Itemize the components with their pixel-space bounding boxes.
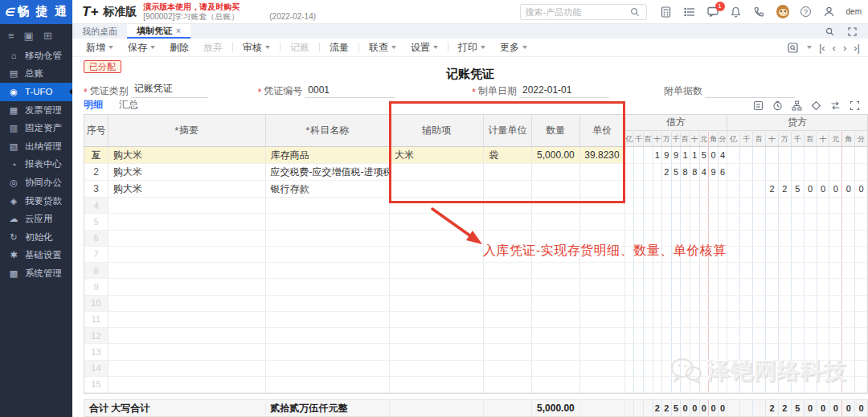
cell-empty[interactable]: [532, 377, 580, 393]
query-caret-icon[interactable]: [807, 46, 812, 49]
help-icon[interactable]: ?: [800, 6, 813, 18]
cell-empty[interactable]: [580, 263, 625, 279]
cell-aux[interactable]: [390, 164, 484, 181]
empty-row-6[interactable]: 6: [84, 231, 867, 247]
cell-empty[interactable]: [390, 377, 484, 393]
amount-credit-cells[interactable]: [727, 147, 867, 164]
sidebar-item-总账[interactable]: ▤总账: [0, 65, 72, 84]
cell-empty[interactable]: [108, 263, 266, 279]
first-voucher-button[interactable]: |‹: [819, 43, 825, 53]
amount-credit-cells[interactable]: [727, 361, 867, 377]
cell-empty[interactable]: [532, 328, 580, 344]
timer-icon[interactable]: [772, 100, 783, 111]
cell-empty[interactable]: [390, 279, 484, 295]
cell-qty[interactable]: [532, 164, 580, 181]
search-icon[interactable]: [628, 6, 641, 18]
cell-empty[interactable]: [580, 328, 625, 344]
sidebar-item-初始化[interactable]: ↻初始化: [0, 228, 72, 247]
sidebar-item-固定资产[interactable]: ▥固定资产: [0, 119, 72, 137]
field-value[interactable]: 记账凭证: [131, 82, 208, 98]
cell-empty[interactable]: [108, 328, 266, 344]
cell-empty[interactable]: [108, 279, 266, 295]
todo-list-icon[interactable]: [683, 6, 696, 18]
empty-row-9[interactable]: 9: [84, 279, 867, 295]
new-tab-icon[interactable]: ⊞: [43, 30, 52, 42]
global-search-input[interactable]: [526, 7, 625, 17]
toolbar-button-审核[interactable]: 审核: [235, 41, 277, 55]
cell-empty[interactable]: [532, 279, 580, 295]
cell-empty[interactable]: [484, 263, 532, 279]
brand-logo[interactable]: ∈ 畅 捷 通: [0, 0, 72, 24]
empty-row-8[interactable]: 8: [84, 263, 867, 279]
cell-empty[interactable]: [390, 328, 484, 344]
amount-debit-cells[interactable]: [625, 198, 728, 214]
voucher-row-1[interactable]: 亙购大米库存商品大米袋5,000.0039.823019911504: [84, 147, 867, 164]
cell-seq[interactable]: 6: [84, 231, 108, 247]
template-icon[interactable]: [752, 100, 764, 111]
voucher-query-icon[interactable]: [787, 41, 800, 54]
cell-empty[interactable]: [108, 344, 266, 360]
amount-credit-cells[interactable]: [727, 164, 867, 181]
cell-price[interactable]: [580, 181, 625, 198]
user-icon[interactable]: [823, 6, 836, 18]
last-voucher-button[interactable]: ›|: [854, 43, 860, 53]
cell-empty[interactable]: [266, 279, 391, 295]
amount-credit-cells[interactable]: [727, 214, 867, 230]
fullscreen-icon[interactable]: [845, 25, 858, 38]
cell-empty[interactable]: [484, 279, 532, 295]
cell-qty[interactable]: 5,000.00: [532, 147, 580, 164]
amount-credit-cells[interactable]: 22500000: [727, 181, 867, 198]
cell-seq[interactable]: 8: [84, 263, 108, 279]
amount-debit-cells[interactable]: [625, 344, 728, 360]
cell-empty[interactable]: [108, 231, 266, 247]
cell-empty[interactable]: [390, 214, 484, 230]
cell-empty[interactable]: [390, 198, 484, 214]
sidebar-item-发票管理[interactable]: ▦发票管理: [0, 101, 72, 120]
toolbar-button-新增[interactable]: 新增: [79, 41, 121, 55]
cell-empty[interactable]: [266, 377, 391, 393]
empty-row-14[interactable]: 14: [84, 361, 867, 377]
cell-qty[interactable]: [532, 181, 580, 198]
menu-icon[interactable]: ≡: [8, 30, 14, 42]
sidebar-item-T-UFO[interactable]: ◉T-UFO: [0, 83, 72, 101]
cell-unit[interactable]: [484, 181, 532, 198]
toolbar-button-更多[interactable]: 更多: [493, 41, 534, 55]
amount-debit-cells[interactable]: [625, 361, 728, 377]
toolbar-button-联查[interactable]: 联查: [362, 41, 403, 55]
cell-seq[interactable]: 4: [84, 198, 108, 214]
tab-我的桌面[interactable]: 我的桌面: [72, 24, 127, 39]
prev-voucher-button[interactable]: ‹: [833, 43, 836, 53]
message-icon[interactable]: 1: [706, 6, 719, 18]
cell-empty[interactable]: [266, 312, 391, 328]
cell-seq[interactable]: 12: [84, 328, 108, 344]
amount-credit-cells[interactable]: [727, 279, 867, 295]
cell-empty[interactable]: [108, 312, 266, 328]
empty-row-7[interactable]: 7: [84, 247, 867, 263]
cell-price[interactable]: 39.8230: [580, 147, 625, 164]
cell-summary[interactable]: 购大米: [108, 164, 266, 181]
cell-empty[interactable]: [580, 279, 625, 295]
empty-row-11[interactable]: 11: [84, 312, 867, 328]
amount-credit-cells[interactable]: [727, 231, 867, 247]
cell-empty[interactable]: [484, 344, 532, 360]
cell-seq[interactable]: 13: [84, 344, 108, 360]
amount-debit-cells[interactable]: [625, 328, 728, 344]
cell-seq[interactable]: 15: [84, 377, 108, 393]
cell-seq[interactable]: 3: [84, 181, 108, 198]
sidebar-item-我要贷款[interactable]: ◈我要贷款: [0, 192, 72, 211]
cell-unit[interactable]: 袋: [484, 147, 532, 164]
cell-empty[interactable]: [580, 214, 625, 230]
cell-empty[interactable]: [390, 263, 484, 279]
amount-credit-cells[interactable]: [727, 247, 867, 263]
mascot-monkey-icon[interactable]: [776, 6, 789, 18]
field-value[interactable]: [705, 96, 795, 98]
amount-debit-cells[interactable]: 2588496: [625, 164, 728, 181]
phone-icon[interactable]: [753, 6, 766, 18]
cell-empty[interactable]: [580, 296, 625, 312]
voucher-row-2[interactable]: 2购大米应交税费-应交增值税-进项税额2588496: [84, 164, 867, 181]
cell-empty[interactable]: [484, 328, 532, 344]
cell-empty[interactable]: [390, 312, 484, 328]
cell-summary[interactable]: 购大米: [108, 181, 266, 198]
toolbar-button-删除[interactable]: 删除: [162, 41, 196, 55]
cell-empty[interactable]: [108, 296, 266, 312]
